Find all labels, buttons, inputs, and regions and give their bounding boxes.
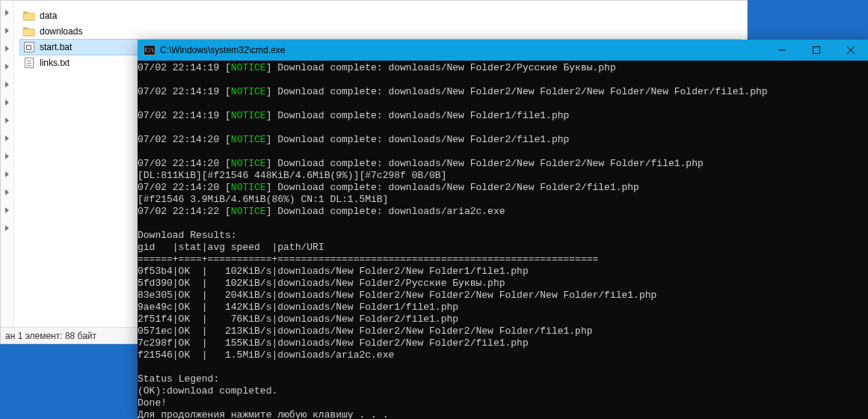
folder-icon <box>23 25 35 37</box>
chevron-right-icon[interactable] <box>5 189 9 195</box>
chevron-right-icon[interactable] <box>5 100 9 105</box>
file-name: start.bat <box>40 42 72 52</box>
minimize-icon <box>778 46 786 54</box>
cmd-window: C:\ C:\Windows\system32\cmd.exe 07/02 22… <box>138 40 868 419</box>
minimize-button[interactable] <box>765 40 799 61</box>
chevron-right-icon[interactable] <box>5 207 9 213</box>
cmd-titlebar[interactable]: C:\ C:\Windows\system32\cmd.exe <box>138 40 868 61</box>
cmd-title: C:\Windows\system32\cmd.exe <box>160 45 765 55</box>
chevron-right-icon[interactable] <box>5 135 9 141</box>
chevron-right-icon[interactable] <box>5 10 9 16</box>
chevron-right-icon[interactable] <box>5 153 9 159</box>
chevron-right-icon[interactable] <box>5 117 9 123</box>
file-name: data <box>40 10 57 21</box>
close-button[interactable] <box>834 40 868 61</box>
close-icon <box>847 46 855 54</box>
folder-icon <box>23 10 35 22</box>
chevron-right-icon[interactable] <box>5 28 9 34</box>
chevron-right-icon[interactable] <box>5 171 9 177</box>
chevron-right-icon[interactable] <box>5 64 9 70</box>
explorer-tree-gutter <box>1 1 14 343</box>
list-item[interactable]: data <box>20 8 741 23</box>
svg-rect-1 <box>813 47 820 54</box>
chevron-right-icon[interactable] <box>5 225 9 231</box>
chevron-right-icon[interactable] <box>5 82 9 88</box>
text-file-icon <box>23 57 35 69</box>
status-text: ан 1 элемент: 88 байт <box>5 331 96 341</box>
batch-file-icon <box>23 41 35 53</box>
file-name: downloads <box>40 26 82 37</box>
maximize-icon <box>813 46 820 54</box>
cmd-icon: C:\ <box>144 45 156 55</box>
maximize-button[interactable] <box>799 40 834 61</box>
window-controls <box>765 40 868 61</box>
list-item[interactable]: downloads <box>20 24 741 39</box>
chevron-right-icon[interactable] <box>5 46 9 52</box>
cmd-output[interactable]: 07/02 22:14:19 [NOTICE] Download complet… <box>138 61 868 419</box>
file-name: links.txt <box>40 58 70 68</box>
